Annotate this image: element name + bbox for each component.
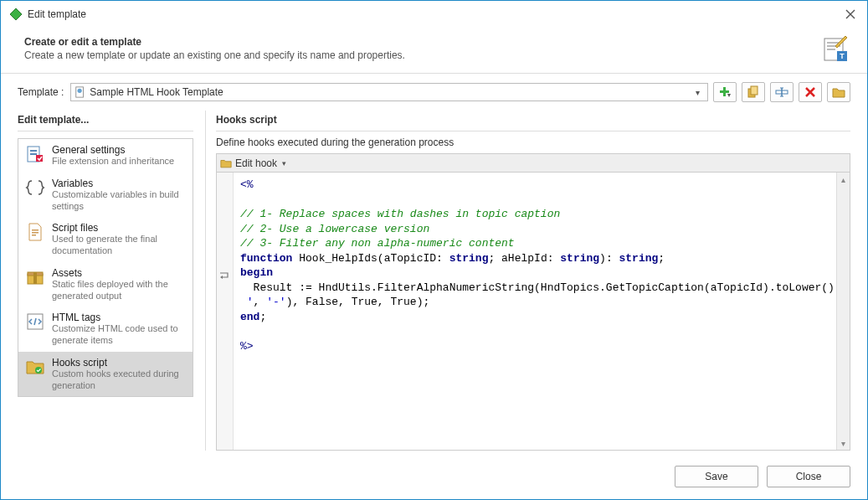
- code-token: Result := HndUtils.FilterAlphaNumericStr…: [240, 281, 836, 294]
- svg-marker-36: [220, 276, 223, 279]
- vertical-scrollbar[interactable]: ▴ ▾: [836, 173, 850, 450]
- header-section: Create or edit a template Create a new t…: [1, 28, 867, 74]
- code-line: <%: [240, 178, 254, 191]
- open-folder-button[interactable]: [827, 82, 850, 102]
- titlebar: Edit template: [1, 1, 867, 28]
- code-token: string: [449, 252, 489, 265]
- svg-rect-25: [30, 153, 37, 155]
- code-line: // 3- Filter any non alpha-numeric conte…: [240, 237, 515, 250]
- template-row: Template : Sample HTML Hook Template ▾: [1, 74, 867, 111]
- gutter: [217, 173, 234, 450]
- code-token: end: [240, 311, 259, 323]
- svg-rect-27: [32, 229, 39, 231]
- nav-item-variables[interactable]: Variables Customizable variables in buil…: [18, 173, 193, 218]
- header-title: Create or edit a template: [24, 36, 850, 48]
- nav-item-label: Variables: [52, 178, 186, 189]
- right-panel-title: Hooks script: [216, 111, 850, 131]
- braces-icon: [25, 178, 45, 198]
- chevron-down-icon: ▾: [691, 88, 704, 97]
- template-select[interactable]: Sample HTML Hook Template ▾: [70, 83, 708, 101]
- svg-rect-28: [32, 232, 39, 234]
- template-item-icon: [74, 86, 86, 98]
- svg-rect-24: [30, 150, 37, 152]
- code-token: ), False, True, True);: [286, 296, 430, 308]
- footer: Save Close: [1, 459, 867, 499]
- svg-marker-0: [10, 8, 22, 20]
- nav-item-general[interactable]: General settings File extension and inhe…: [18, 139, 193, 173]
- nav-item-desc: Custom hooks executed during generation: [52, 369, 186, 392]
- scroll-down-icon[interactable]: ▾: [837, 436, 850, 450]
- settings-icon: [25, 144, 45, 164]
- package-icon: [25, 267, 45, 287]
- code-token: ;: [658, 252, 665, 265]
- nav-item-desc: Static files deployed with the generated…: [52, 279, 186, 302]
- nav-item-desc: Customizable variables in build settings: [52, 189, 186, 213]
- file-icon: [25, 222, 45, 242]
- code-line: begin: [240, 266, 273, 279]
- header-subtitle: Create a new template or update an exist…: [24, 49, 850, 61]
- svg-rect-29: [32, 235, 36, 236]
- folder-script-icon: [25, 357, 45, 377]
- app-icon: [9, 8, 23, 21]
- template-header-icon: T: [822, 36, 849, 63]
- nav-list: General settings File extension and inhe…: [18, 138, 193, 397]
- edit-hook-dropdown[interactable]: Edit hook ▾: [216, 153, 850, 172]
- nav-item-desc: Used to generate the final documentation: [52, 234, 186, 257]
- delete-template-button[interactable]: [799, 82, 822, 102]
- nav-item-desc: Customize HTML code used to generate ite…: [52, 323, 186, 347]
- right-panel-desc: Define hooks executed during the generat…: [216, 137, 850, 148]
- svg-point-11: [78, 89, 82, 93]
- copy-template-button[interactable]: [742, 82, 765, 102]
- edit-hook-label: Edit hook: [235, 157, 277, 169]
- code-token: ; aHelpId:: [488, 252, 560, 265]
- window-title: Edit template: [28, 8, 86, 20]
- nav-item-desc: File extension and inheritance: [52, 156, 174, 168]
- code-line: // 2- Use a lowercase version: [240, 223, 429, 235]
- template-label: Template :: [18, 86, 64, 98]
- code-token: Hook_HelpIds(aTopicID:: [292, 252, 449, 265]
- code-token: string: [560, 252, 599, 265]
- close-button[interactable]: Close: [767, 466, 850, 487]
- svg-rect-32: [33, 272, 37, 284]
- nav-item-scripts[interactable]: Script files Used to generate the final …: [18, 217, 193, 262]
- nav-item-label: HTML tags: [52, 312, 186, 323]
- nav-item-label: Assets: [52, 267, 186, 279]
- code-token: ;: [259, 311, 266, 323]
- nav-item-label: Script files: [52, 222, 186, 234]
- add-template-button[interactable]: [713, 82, 737, 102]
- nav-item-label: General settings: [52, 144, 174, 156]
- scroll-up-icon[interactable]: ▴: [837, 173, 850, 186]
- nav-item-htmltags[interactable]: HTML tags Customize HTML code used to ge…: [18, 307, 193, 352]
- code-line: // 1- Replace spaces with dashes in topi…: [240, 208, 560, 220]
- edit-template-dialog: Edit template Create or edit a template …: [0, 0, 868, 500]
- folder-icon: [220, 157, 232, 169]
- right-panel: Hooks script Define hooks executed durin…: [205, 111, 850, 451]
- left-panel: Edit template... General settings File e…: [18, 111, 193, 451]
- svg-point-35: [35, 367, 42, 374]
- nav-item-label: Hooks script: [52, 357, 186, 369]
- svg-text:T: T: [840, 52, 845, 60]
- nav-item-hooks[interactable]: Hooks script Custom hooks executed durin…: [18, 352, 193, 397]
- rename-template-button[interactable]: [770, 82, 794, 102]
- code-body[interactable]: <% // 1- Replace spaces with dashes in t…: [234, 173, 836, 450]
- wrap-indicator-icon: [218, 271, 230, 282]
- tags-icon: [25, 312, 45, 332]
- code-token: ,: [254, 296, 267, 308]
- left-panel-title: Edit template...: [18, 111, 193, 131]
- code-token: ': [240, 296, 254, 308]
- svg-marker-14: [727, 94, 731, 97]
- code-line: %>: [240, 340, 254, 353]
- chevron-down-icon: ▾: [282, 159, 286, 168]
- code-token: string: [619, 252, 659, 265]
- code-editor[interactable]: <% // 1- Replace spaces with dashes in t…: [216, 172, 850, 451]
- nav-item-assets[interactable]: Assets Static files deployed with the ge…: [18, 262, 193, 307]
- template-selected-text: Sample HTML Hook Template: [90, 86, 223, 98]
- svg-rect-13: [720, 90, 729, 93]
- code-token: '-': [266, 296, 285, 308]
- svg-rect-16: [751, 86, 758, 95]
- close-icon[interactable]: [842, 6, 859, 23]
- code-token: function: [240, 252, 292, 265]
- svg-rect-6: [827, 49, 835, 50]
- save-button[interactable]: Save: [675, 466, 758, 487]
- code-token: ):: [599, 252, 619, 265]
